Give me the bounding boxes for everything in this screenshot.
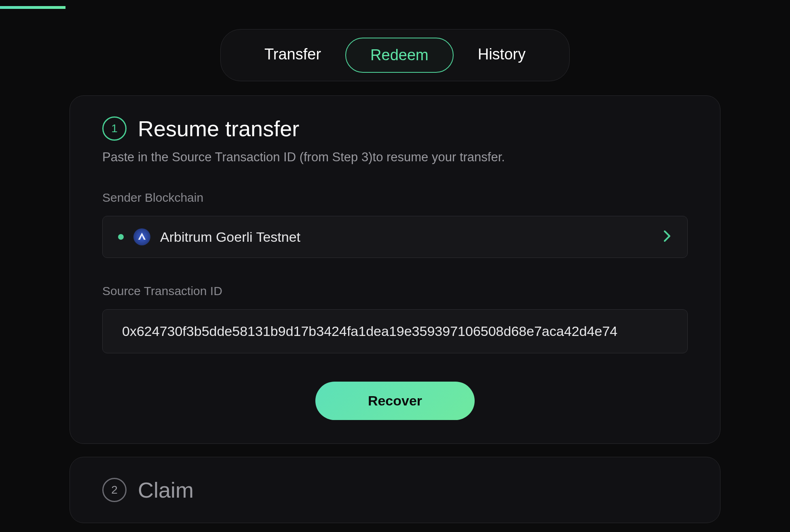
tab-redeem[interactable]: Redeem xyxy=(345,38,454,73)
chevron-right-icon xyxy=(662,229,672,245)
connected-status-dot xyxy=(118,234,124,240)
source-tx-label: Source Transaction ID xyxy=(102,284,688,298)
tab-transfer[interactable]: Transfer xyxy=(240,38,345,73)
step1-header: 1 Resume transfer xyxy=(102,116,688,141)
step1-title: Resume transfer xyxy=(138,116,299,141)
claim-card: 2 Claim xyxy=(70,457,720,523)
recover-button[interactable]: Recover xyxy=(315,382,475,420)
source-tx-input[interactable] xyxy=(102,309,688,353)
tab-history[interactable]: History xyxy=(454,38,550,73)
tab-bar: Transfer Redeem History xyxy=(220,29,570,81)
step2-header: 2 Claim xyxy=(102,477,688,502)
step2-title: Claim xyxy=(138,477,194,502)
resume-transfer-card: 1 Resume transfer Paste in the Source Tr… xyxy=(70,95,720,444)
step1-subtitle: Paste in the Source Transaction ID (from… xyxy=(102,150,688,165)
sender-blockchain-name: Arbitrum Goerli Testnet xyxy=(160,229,300,245)
step2-number-badge: 2 xyxy=(102,478,127,502)
arbitrum-icon xyxy=(133,228,150,245)
sender-blockchain-value: Arbitrum Goerli Testnet xyxy=(118,228,300,245)
step1-number-badge: 1 xyxy=(102,116,127,141)
sender-blockchain-select[interactable]: Arbitrum Goerli Testnet xyxy=(102,216,688,258)
progress-bar xyxy=(0,6,65,9)
sender-blockchain-label: Sender Blockchain xyxy=(102,191,688,205)
